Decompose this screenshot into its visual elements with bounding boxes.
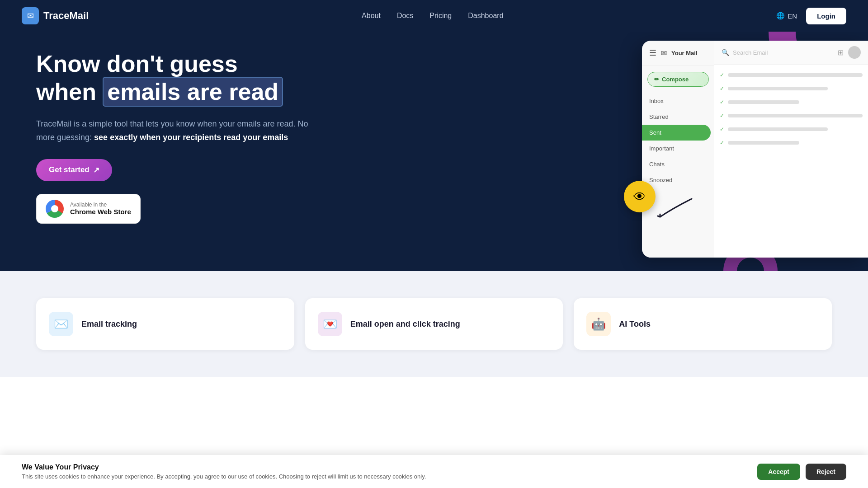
logo-text: TraceMail (43, 10, 89, 22)
feature-card-tracing: 💌 Email open and click tracing (305, 298, 563, 350)
list-item: ✓ (714, 136, 868, 150)
feature-label-tracking: Email tracking (81, 319, 137, 329)
check-icon: ✓ (720, 113, 724, 119)
feature-icon-tracing: 💌 (318, 312, 342, 336)
hero-section: Know don't guess when emails are read Tr… (0, 0, 868, 271)
eye-badge: 👁 (624, 181, 656, 212)
chrome-badge[interactable]: Available in the Chrome Web Store (36, 194, 141, 224)
arrow-icon: ↗ (93, 165, 99, 175)
check-icon: ✓ (720, 126, 724, 132)
globe-icon: 🌐 (776, 12, 785, 20)
check-icon: ✓ (720, 72, 724, 78)
mail-sidebar-header: ☰ ✉ Your Mail (642, 48, 714, 66)
hamburger-icon[interactable]: ☰ (649, 48, 656, 58)
feature-label-ai: AI Tools (619, 319, 651, 329)
feature-label-tracing: Email open and click tracing (350, 319, 460, 329)
chrome-icon (46, 200, 64, 218)
mail-mockup: ☰ ✉ Your Mail ✏ Compose Inbox Starred Se… (642, 41, 868, 258)
nav-link-pricing[interactable]: Pricing (429, 12, 452, 20)
logo-icon: ✉ (22, 7, 39, 24)
user-avatar (848, 46, 861, 59)
mail-main-panel: 🔍 Search Email ⊞ ✓ ✓ ✓ ✓ (714, 41, 868, 258)
mail-line (728, 114, 863, 117)
compose-icon: ✏ (654, 76, 659, 83)
grid-icon[interactable]: ⊞ (838, 48, 844, 57)
feature-icon-email: ✉️ (49, 312, 73, 336)
get-started-button[interactable]: Get started ↗ (36, 159, 112, 181)
check-icon: ✓ (720, 140, 724, 146)
nav-links: About Docs Pricing Dashboard (362, 12, 503, 20)
feature-card-tracking: ✉️ Email tracking (36, 298, 294, 350)
mail-line (728, 100, 799, 104)
nav-link-docs[interactable]: Docs (397, 12, 413, 20)
list-item: ✓ (714, 95, 868, 109)
list-item: ✓ (714, 82, 868, 95)
search-icon: 🔍 (722, 49, 729, 56)
nav-right: 🌐 EN Login (776, 8, 846, 24)
navbar: ✉ TraceMail About Docs Pricing Dashboard… (0, 0, 868, 32)
chrome-badge-text: Available in the Chrome Web Store (70, 202, 131, 216)
features-section: ✉️ Email tracking 💌 Email open and click… (0, 262, 868, 377)
features-grid: ✉️ Email tracking 💌 Email open and click… (36, 262, 832, 350)
hero-content: Know don't guess when emails are read Tr… (36, 50, 316, 224)
lang-label: EN (788, 12, 797, 20)
language-button[interactable]: 🌐 EN (776, 12, 797, 20)
hero-title: Know don't guess when emails are read (36, 50, 316, 106)
check-icon: ✓ (720, 85, 724, 92)
mail-search-bar: 🔍 Search Email ⊞ (714, 41, 868, 65)
mail-nav-chats[interactable]: Chats (642, 156, 711, 172)
mail-line (728, 73, 863, 77)
logo-link[interactable]: ✉ TraceMail (22, 7, 89, 24)
mail-nav-sent[interactable]: Sent (642, 125, 711, 141)
mail-nav-starred[interactable]: Starred (642, 109, 711, 125)
feature-card-ai: 🤖 AI Tools (574, 298, 832, 350)
nav-link-dashboard[interactable]: Dashboard (468, 12, 503, 20)
nav-link-about[interactable]: About (362, 12, 381, 20)
list-item: ✓ (714, 109, 868, 122)
mail-nav-important[interactable]: Important (642, 141, 711, 156)
compose-button[interactable]: ✏ Compose (647, 72, 709, 87)
arrow-decoration (656, 194, 701, 221)
mail-nav-inbox[interactable]: Inbox (642, 93, 711, 109)
mail-title: Your Mail (671, 50, 698, 56)
hero-description: TraceMail is a simple tool that lets you… (36, 117, 316, 145)
login-button[interactable]: Login (806, 8, 846, 24)
mail-list: ✓ ✓ ✓ ✓ ✓ (714, 65, 868, 258)
title-highlight: emails are read (103, 77, 283, 107)
mail-line (728, 127, 828, 131)
search-placeholder[interactable]: Search Email (733, 49, 768, 56)
list-item: ✓ (714, 68, 868, 82)
mail-logo-icon: ✉ (661, 49, 667, 57)
mail-line (728, 87, 828, 90)
mail-sidebar: ☰ ✉ Your Mail ✏ Compose Inbox Starred Se… (642, 41, 714, 258)
feature-icon-ai: 🤖 (586, 312, 611, 336)
mail-line (728, 141, 799, 145)
list-item: ✓ (714, 122, 868, 136)
check-icon: ✓ (720, 99, 724, 105)
mail-nav-snoozed[interactable]: Snoozed (642, 172, 711, 188)
